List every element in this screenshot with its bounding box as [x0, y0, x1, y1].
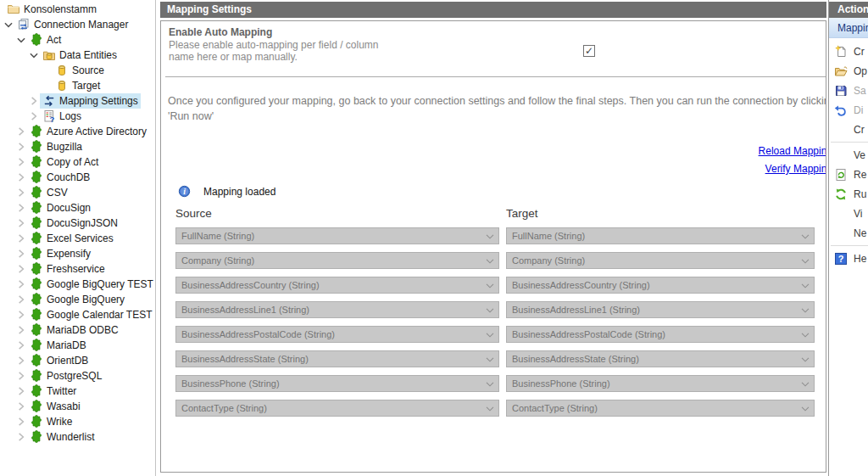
- tree-item-konsolenstamm[interactable]: Konsolenstamm: [0, 2, 155, 17]
- tree-item-body[interactable]: Wrike: [27, 414, 75, 429]
- tree-item-body[interactable]: CSV: [27, 185, 70, 200]
- tree-item-body[interactable]: CouchDB: [27, 170, 92, 185]
- chevron-collapsed-icon[interactable]: [15, 340, 27, 350]
- source-field-dropdown[interactable]: Company (String): [175, 252, 499, 269]
- tree-item-body[interactable]: Data Entities: [40, 48, 120, 63]
- source-field-dropdown[interactable]: FullName (String): [175, 227, 499, 244]
- tree-item-body[interactable]: Source: [53, 63, 107, 78]
- chevron-collapsed-icon[interactable]: [15, 356, 27, 366]
- tree-item-docusign[interactable]: DocuSign: [0, 200, 155, 216]
- tree-item-expensify[interactable]: Expensify: [0, 246, 155, 261]
- tree-item-body[interactable]: Google BigQuery TEST: [27, 277, 156, 292]
- tree-item-twitter[interactable]: Twitter: [0, 384, 155, 399]
- tree-item-body[interactable]: MariaDB: [27, 338, 89, 353]
- tree-item-docusignjson[interactable]: DocuSignJSON: [0, 216, 155, 231]
- tree-item-act[interactable]: Act: [0, 32, 155, 48]
- action-item-ve-6[interactable]: Ve: [829, 145, 868, 165]
- tree-item-body[interactable]: Google Calendar TEST: [27, 307, 155, 322]
- tree-item-body[interactable]: Mapping Settings: [40, 93, 141, 109]
- tree-item-body[interactable]: Copy of Act: [27, 154, 101, 170]
- chevron-collapsed-icon[interactable]: [15, 172, 27, 182]
- action-item-vi-9[interactable]: Vi: [829, 204, 868, 223]
- chevron-collapsed-icon[interactable]: [15, 294, 27, 305]
- action-item-re-7[interactable]: Re: [829, 165, 868, 184]
- tree-item-wrike[interactable]: Wrike: [0, 414, 155, 429]
- tree-item-postgresql[interactable]: PostgreSQL: [0, 368, 155, 384]
- target-field-dropdown[interactable]: BusinessAddressCountry (String): [506, 277, 815, 294]
- chevron-collapsed-icon[interactable]: [15, 279, 27, 289]
- tree-item-bugzilla[interactable]: Bugzilla: [0, 139, 155, 154]
- verify-mapping-link[interactable]: Verify Mapping: [765, 163, 826, 175]
- target-field-dropdown[interactable]: ContactType (String): [506, 400, 815, 417]
- tree-item-body[interactable]: Google BigQuery: [27, 292, 127, 307]
- tree-item-target[interactable]: Target: [0, 78, 155, 93]
- source-field-dropdown[interactable]: BusinessAddressLine1 (String): [175, 301, 499, 318]
- action-item-he-12[interactable]: ?He: [829, 249, 868, 268]
- target-field-dropdown[interactable]: Company (String): [506, 252, 815, 269]
- source-field-dropdown[interactable]: BusinessAddressState (String): [175, 350, 499, 367]
- source-field-dropdown[interactable]: BusinessPhone (String): [175, 375, 499, 392]
- chevron-collapsed-icon[interactable]: [15, 157, 27, 167]
- tree-item-body[interactable]: MariaDB ODBC: [27, 322, 121, 338]
- chevron-expanded-icon[interactable]: [3, 20, 14, 30]
- action-item-cr-4[interactable]: Cr: [829, 120, 868, 139]
- chevron-collapsed-icon[interactable]: [15, 218, 27, 228]
- chevron-collapsed-icon[interactable]: [15, 188, 27, 198]
- tree-item-body[interactable]: Freshservice: [27, 261, 108, 277]
- tree-item-mariadb[interactable]: MariaDB: [0, 338, 155, 353]
- source-field-dropdown[interactable]: BusinessAddressCountry (String): [175, 277, 499, 294]
- tree-item-wasabi[interactable]: Wasabi: [0, 399, 155, 414]
- tree-item-csv[interactable]: CSV: [0, 185, 155, 200]
- tree-item-body[interactable]: Azure Active Directory: [27, 124, 149, 139]
- tree-item-logs[interactable]: ?Logs: [0, 109, 155, 124]
- chevron-collapsed-icon[interactable]: [15, 203, 27, 213]
- chevron-collapsed-icon[interactable]: [15, 126, 27, 137]
- tree-item-freshservice[interactable]: Freshservice: [0, 261, 155, 277]
- tree-item-excel-services[interactable]: Excel Services: [0, 231, 155, 246]
- tree-item-body[interactable]: DocuSignJSON: [27, 216, 120, 231]
- target-field-dropdown[interactable]: BusinessAddressPostalCode (String): [506, 326, 815, 343]
- reload-mapping-link[interactable]: Reload Mapping: [759, 145, 826, 157]
- tree-item-body[interactable]: ?Logs: [40, 109, 84, 124]
- action-item-ne-10[interactable]: Ne: [829, 223, 868, 243]
- tree-item-body[interactable]: Konsolenstamm: [4, 2, 99, 17]
- tree-item-body[interactable]: Wasabi: [27, 399, 83, 414]
- chevron-collapsed-icon[interactable]: [15, 386, 27, 396]
- chevron-collapsed-icon[interactable]: [15, 325, 27, 335]
- tree-item-wunderlist[interactable]: Wunderlist: [0, 429, 155, 445]
- tree-item-source[interactable]: Source: [0, 63, 155, 78]
- chevron-expanded-icon[interactable]: [28, 50, 40, 60]
- target-field-dropdown[interactable]: BusinessAddressState (String): [506, 350, 815, 367]
- action-item-ru-8[interactable]: Ru: [829, 184, 868, 204]
- tree-item-google-bigquery[interactable]: Google BigQuery: [0, 292, 155, 307]
- tree-item-body[interactable]: Connection Manager: [14, 17, 131, 32]
- tree-item-data-entities[interactable]: Data Entities: [0, 48, 155, 63]
- tree-item-connection-manager[interactable]: Connection Manager: [0, 17, 155, 32]
- chevron-collapsed-icon[interactable]: [15, 310, 27, 320]
- tree-item-mapping-settings[interactable]: Mapping Settings: [0, 93, 155, 109]
- chevron-collapsed-icon[interactable]: [15, 264, 27, 274]
- tree-item-mariadb-odbc[interactable]: MariaDB ODBC: [0, 322, 155, 338]
- chevron-collapsed-icon[interactable]: [15, 401, 27, 412]
- chevron-collapsed-icon[interactable]: [15, 249, 27, 259]
- source-field-dropdown[interactable]: ContactType (String): [175, 400, 499, 417]
- target-field-dropdown[interactable]: BusinessPhone (String): [506, 375, 815, 392]
- tree-item-couchdb[interactable]: CouchDB: [0, 170, 155, 185]
- tree-item-body[interactable]: Expensify: [27, 246, 93, 261]
- action-item-cr-0[interactable]: Cr: [829, 42, 868, 61]
- tree-item-body[interactable]: Bugzilla: [27, 139, 85, 154]
- tree-item-google-bigquery-test[interactable]: Google BigQuery TEST: [0, 277, 155, 292]
- chevron-collapsed-icon[interactable]: [15, 371, 27, 381]
- tree-item-orientdb[interactable]: OrientDB: [0, 353, 155, 368]
- auto-mapping-checkbox[interactable]: ✓: [583, 45, 595, 57]
- chevron-collapsed-icon[interactable]: [15, 432, 27, 442]
- tree-item-google-calendar-test[interactable]: Google Calendar TEST: [0, 307, 155, 322]
- chevron-collapsed-icon[interactable]: [15, 417, 27, 427]
- chevron-collapsed-icon[interactable]: [15, 233, 27, 244]
- tree-item-body[interactable]: Target: [53, 78, 103, 93]
- chevron-collapsed-icon[interactable]: [28, 96, 40, 106]
- tree-item-copy-of-act[interactable]: Copy of Act: [0, 154, 155, 170]
- chevron-collapsed-icon[interactable]: [15, 142, 27, 152]
- target-field-dropdown[interactable]: FullName (String): [506, 227, 815, 244]
- tree-item-body[interactable]: PostgreSQL: [27, 368, 104, 384]
